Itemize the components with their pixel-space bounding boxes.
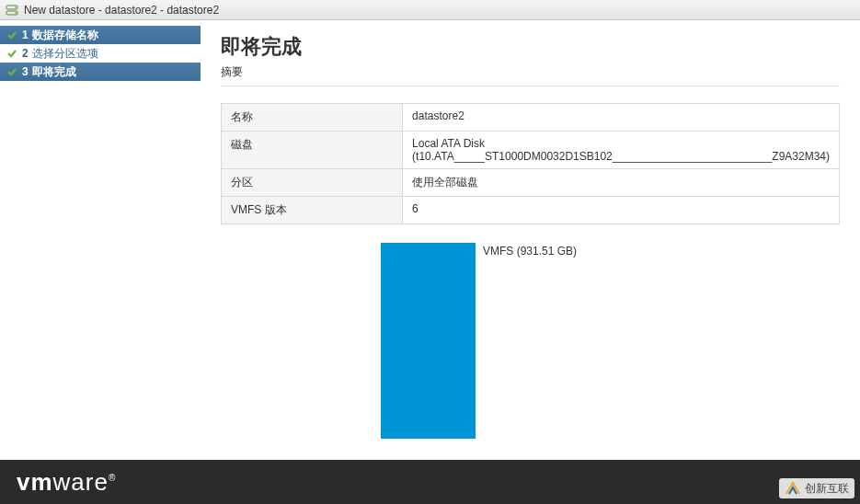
summary-key: VMFS 版本 bbox=[222, 197, 403, 224]
summary-key: 名称 bbox=[222, 104, 403, 132]
summary-key: 分区 bbox=[222, 169, 403, 197]
wizard-step-3[interactable]: 3 即将完成 bbox=[0, 63, 201, 81]
partition-block-vmfs bbox=[381, 243, 476, 439]
divider bbox=[221, 86, 840, 86]
summary-value: 使用全部磁盘 bbox=[403, 169, 840, 197]
summary-value: 6 bbox=[403, 197, 840, 224]
window-titlebar: New datastore - datastore2 - datastore2 bbox=[0, 0, 860, 20]
summary-value: datastore2 bbox=[403, 104, 840, 132]
step-label: 数据存储名称 bbox=[32, 28, 98, 43]
step-number: 3 bbox=[22, 65, 29, 78]
datastore-icon bbox=[6, 4, 18, 17]
step-label: 选择分区选项 bbox=[32, 46, 98, 62]
wizard-content: 即将完成 摘要 名称 datastore2 磁盘 Local ATA Disk … bbox=[201, 20, 860, 504]
table-row: 分区 使用全部磁盘 bbox=[222, 169, 840, 197]
table-row: VMFS 版本 6 bbox=[222, 197, 840, 224]
watermark: 创新互联 bbox=[779, 478, 854, 498]
step-number: 1 bbox=[22, 29, 29, 41]
check-icon bbox=[6, 65, 18, 78]
vmware-logo: vmware® bbox=[17, 468, 116, 497]
svg-point-3 bbox=[15, 12, 17, 14]
summary-value: Local ATA Disk (t10.ATA_____ST1000DM0032… bbox=[403, 132, 840, 169]
step-number: 2 bbox=[22, 47, 29, 60]
wizard-sidebar: 1 数据存储名称 2 选择分区选项 3 即将完成 bbox=[0, 20, 201, 504]
watermark-icon bbox=[785, 480, 801, 497]
vmware-logo-prefix: vm bbox=[17, 468, 53, 496]
partition-layout: VMFS (931.51 GB) bbox=[221, 243, 840, 439]
step-label: 即将完成 bbox=[32, 64, 76, 80]
window-title: New datastore - datastore2 - datastore2 bbox=[24, 4, 219, 17]
registered-mark-icon: ® bbox=[109, 473, 116, 483]
check-icon bbox=[6, 29, 18, 41]
svg-point-2 bbox=[15, 6, 17, 8]
table-row: 名称 datastore2 bbox=[222, 104, 840, 132]
summary-table: 名称 datastore2 磁盘 Local ATA Disk (t10.ATA… bbox=[221, 103, 840, 224]
table-row: 磁盘 Local ATA Disk (t10.ATA_____ST1000DM0… bbox=[222, 132, 840, 169]
wizard-step-1[interactable]: 1 数据存储名称 bbox=[0, 26, 201, 44]
wizard-step-2[interactable]: 2 选择分区选项 bbox=[0, 44, 201, 63]
watermark-text: 创新互联 bbox=[805, 481, 849, 497]
check-icon bbox=[6, 47, 18, 60]
page-subtitle: 摘要 bbox=[221, 64, 840, 80]
partition-label: VMFS (931.51 GB) bbox=[483, 243, 577, 258]
vmware-logo-suffix: ware bbox=[53, 468, 109, 496]
page-title: 即将完成 bbox=[221, 33, 840, 61]
footer: vmware® bbox=[0, 460, 860, 504]
summary-key: 磁盘 bbox=[222, 132, 403, 169]
